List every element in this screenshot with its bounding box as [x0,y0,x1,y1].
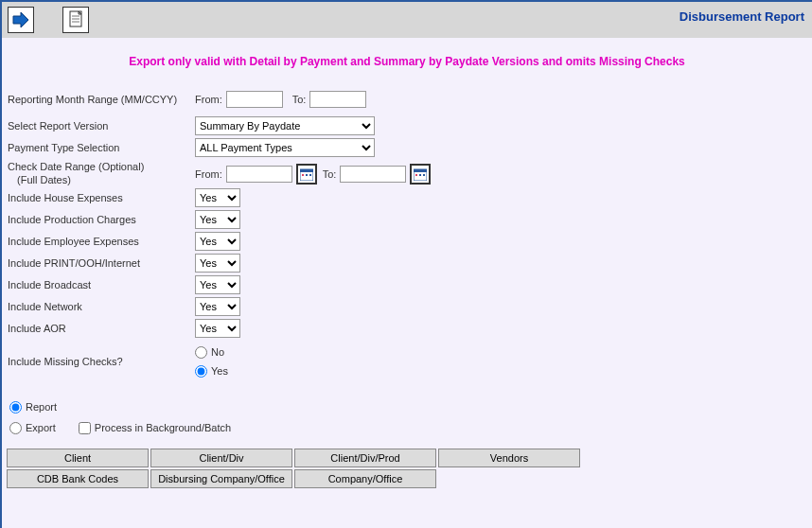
button-company-office[interactable]: Company/Office [294,469,436,488]
radio-export-label[interactable]: Export [9,417,56,438]
checkbox-process-bg[interactable] [79,422,91,434]
label-include-broadcast: Include Broadcast [6,279,195,290]
document-button[interactable] [62,7,89,33]
button-rows: Client Client/Div Client/Div/Prod Vendor… [6,448,808,489]
button-disbursing-company-office[interactable]: Disbursing Company/Office [150,469,292,488]
svg-rect-13 [419,174,421,176]
svg-rect-9 [309,174,311,176]
page-title: Disbursement Report [680,9,804,24]
radio-export[interactable] [9,422,22,434]
calendar-icon [300,167,313,181]
radio-missing-no-label[interactable]: No [195,343,228,361]
input-reporting-from[interactable] [226,91,283,108]
label-include-aor: Include AOR [6,323,195,334]
select-include-aor[interactable]: Yes [195,319,240,338]
arrow-right-icon [11,10,30,29]
row-include-missing-checks: Include Missing Checks? No Yes [6,343,808,380]
label-include-production-charges: Include Production Charges [6,214,195,225]
button-client-div[interactable]: Client/Div [150,449,292,467]
svg-rect-14 [423,174,425,176]
label-include-network: Include Network [6,301,195,312]
label-payment-type: Payment Type Selection [6,142,195,153]
row-include-network: Include Network Yes [6,296,808,317]
svg-rect-6 [300,169,313,172]
row-include-broadcast: Include Broadcast Yes [6,274,808,295]
svg-rect-11 [414,169,427,172]
select-include-print-ooh-internet[interactable]: Yes [195,254,240,273]
row-report-version: Select Report Version Summary By Paydate [6,115,808,136]
label-check-date-range-main: Check Date Range (Optional) [8,161,144,172]
select-payment-type[interactable]: ALL Payment Types [195,138,375,157]
row-include-house-expenses: Include House Expenses Yes [6,187,808,208]
label-from: From: [195,94,222,105]
document-icon [67,10,84,29]
label-to: To: [292,94,307,105]
row-include-print-ooh-internet: Include PRINT/OOH/Internet Yes [6,253,808,273]
label-check-date-range: Check Date Range (Optional) (Full Dates) [6,160,195,186]
label-include-missing-checks: Include Missing Checks? [6,356,195,367]
row-include-production-charges: Include Production Charges Yes [6,209,808,230]
row-include-employee-expenses: Include Employee Expenses Yes [6,231,808,252]
text-export: Export [26,422,56,433]
input-check-to[interactable] [340,166,406,183]
calendar-from-button[interactable] [296,164,317,185]
radio-report-label[interactable]: Report [9,396,808,417]
text-no: No [211,346,224,358]
label-include-house-expenses: Include House Expenses [6,192,195,203]
radio-missing-yes[interactable] [195,365,207,378]
select-report-version[interactable]: Summary By Paydate [195,116,375,135]
radio-missing-no[interactable] [195,346,207,359]
calendar-icon [414,167,427,181]
button-vendors[interactable]: Vendors [438,449,580,467]
button-client-div-prod[interactable]: Client/Div/Prod [294,449,436,467]
label-reporting-month-range: Reporting Month Range (MM/CCYY) [6,94,195,105]
select-include-employee-expenses[interactable]: Yes [195,232,240,251]
label-include-employee-expenses: Include Employee Expenses [6,236,195,247]
row-include-aor: Include AOR Yes [6,318,808,339]
label-report-version: Select Report Version [6,120,195,132]
row-check-date-range: Check Date Range (Optional) (Full Dates)… [6,160,808,186]
radio-report[interactable] [9,401,22,414]
svg-rect-12 [415,174,417,176]
input-reporting-to[interactable] [309,91,366,108]
row-payment-type: Payment Type Selection ALL Payment Types [6,137,808,158]
row-reporting-month-range: Reporting Month Range (MM/CCYY) From: To… [6,89,808,110]
radio-missing-yes-label[interactable]: Yes [195,361,228,380]
text-yes: Yes [211,365,228,377]
notice-text: Export only valid with Detail by Payment… [6,44,808,89]
checkbox-process-bg-label[interactable]: Process in Background/Batch [79,417,231,438]
toolbar: Disbursement Report [2,2,812,38]
output-block: Report Export Process in Background/Batc… [6,396,808,438]
svg-rect-8 [306,174,308,176]
select-include-house-expenses[interactable]: Yes [195,188,240,207]
run-button[interactable] [8,7,34,33]
select-include-network[interactable]: Yes [195,297,240,316]
button-cdb-bank-codes[interactable]: CDB Bank Codes [7,469,149,488]
select-include-production-charges[interactable]: Yes [195,210,240,229]
label-check-date-range-sub: (Full Dates) [8,173,195,186]
form-container: Export only valid with Detail by Payment… [2,38,812,489]
svg-rect-7 [302,174,304,176]
text-report: Report [26,401,57,413]
label-check-to: To: [323,168,337,180]
select-include-broadcast[interactable]: Yes [195,275,240,294]
input-check-from[interactable] [226,166,292,183]
button-client[interactable]: Client [7,449,149,467]
calendar-to-button[interactable] [410,164,431,185]
label-include-print-ooh-internet: Include PRINT/OOH/Internet [6,257,195,269]
text-process-bg: Process in Background/Batch [95,422,231,433]
label-check-from: From: [195,168,222,180]
